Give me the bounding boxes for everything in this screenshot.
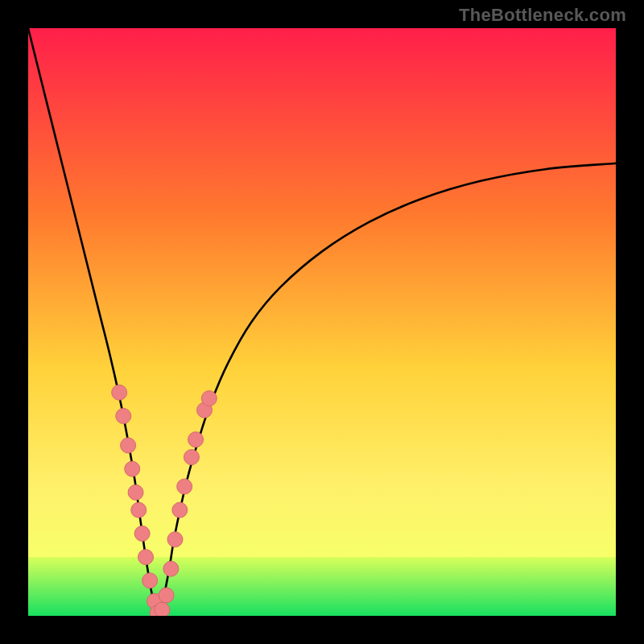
watermark-text: TheBottleneck.com: [459, 5, 626, 26]
bottleneck-curve: [28, 28, 616, 616]
plot-area: [28, 28, 616, 616]
sample-dot: [112, 385, 127, 400]
sample-dot: [163, 561, 179, 576]
sample-dot: [184, 449, 199, 464]
sample-dot: [116, 408, 131, 423]
sample-dot: [155, 602, 170, 616]
sample-dot: [142, 573, 158, 588]
sample-dot: [167, 532, 183, 547]
sample-dot: [138, 550, 154, 565]
sample-dot: [134, 526, 150, 541]
sample-dot: [188, 432, 204, 448]
sample-dot: [201, 390, 217, 406]
sample-dot: [128, 485, 143, 500]
sample-dot: [172, 502, 188, 518]
sample-dot: [159, 588, 174, 603]
curve-layer: [28, 28, 616, 616]
sample-dot: [177, 479, 192, 494]
sample-dot: [131, 502, 147, 518]
sample-dot: [121, 438, 136, 453]
sample-dot: [125, 461, 140, 477]
